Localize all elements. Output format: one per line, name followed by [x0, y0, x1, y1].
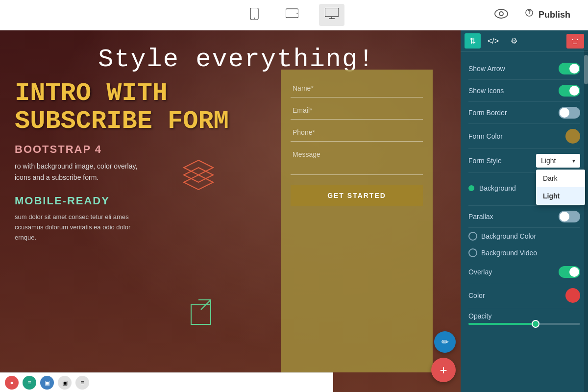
form-style-dropdown-wrapper: Light Dark ▼ Dark Light — [536, 154, 580, 168]
show-arrow-row: Show Arrow — [468, 58, 580, 80]
bottom-blue-btn[interactable]: ▣ — [40, 376, 54, 390]
bg-color-radio[interactable] — [468, 232, 477, 241]
overlay-toggle[interactable] — [559, 266, 580, 278]
parallax-label: Parallax — [468, 213, 493, 220]
hero-lorem: sum dolor sit amet consec tetur eli ames… — [15, 212, 181, 243]
form-border-row: Form Border — [468, 102, 580, 124]
background-left: Background — [468, 184, 516, 192]
form-style-dropdown-menu: Dark Light — [536, 170, 585, 205]
bottom-grey-btn2[interactable]: ≡ — [75, 376, 89, 390]
color-row: Color — [468, 283, 580, 308]
opacity-slider-track[interactable] — [468, 323, 580, 325]
form-border-toggle[interactable] — [559, 107, 580, 119]
svg-point-7 — [495, 9, 508, 18]
edit-fab-button[interactable]: ✏ — [434, 331, 456, 353]
layer-icon — [181, 158, 216, 192]
canvas-left-content: INTRO WITH SUBSCRIBE FORM BOOTSTRAP 4 ro… — [0, 70, 270, 253]
add-fab-button[interactable]: + — [431, 358, 456, 382]
form-border-label: Form Border — [468, 109, 507, 117]
publish-label: Publish — [539, 10, 570, 20]
form-border-knob — [560, 108, 569, 118]
opacity-row: Opacity — [468, 308, 580, 329]
tablet-device-icon[interactable] — [280, 4, 304, 26]
device-switcher — [244, 4, 344, 26]
svg-point-1 — [254, 18, 255, 19]
dropdown-option-dark[interactable]: Dark — [536, 170, 585, 187]
message-field[interactable] — [291, 146, 423, 175]
delete-tool-button[interactable]: 🗑 — [566, 34, 584, 49]
hero-mobile: MOBILE-READY — [15, 195, 255, 207]
mobile-device-icon[interactable] — [244, 4, 265, 26]
svg-rect-4 — [325, 8, 339, 17]
opacity-slider-knob[interactable] — [532, 320, 539, 328]
bottom-grey-btn1[interactable]: ▣ — [58, 376, 72, 390]
show-arrow-toggle[interactable] — [559, 63, 580, 74]
parallax-row: Parallax — [468, 206, 580, 228]
bg-video-label: Background Video — [481, 249, 537, 257]
preview-icon[interactable] — [494, 9, 508, 22]
dropdown-option-light[interactable]: Light — [536, 187, 585, 205]
bg-video-radio-row: Background Video — [468, 245, 580, 261]
opacity-label: Opacity — [468, 312, 580, 320]
sidebar-scrollbar[interactable] — [584, 50, 588, 392]
svg-rect-14 — [191, 305, 211, 324]
overlay-row: Overlay — [468, 261, 580, 283]
form-color-row: Form Color — [468, 124, 580, 149]
trash-icon: 🗑 — [571, 37, 579, 45]
form-panel: GET STARTED — [281, 70, 433, 372]
bottom-bar: ● ≡ ▣ ▣ ≡ — [0, 372, 333, 392]
move-icon: ⇅ — [469, 37, 476, 45]
upload-icon — [524, 9, 535, 21]
canvas: Style everything! INTRO WITH SUBSCRIBE F… — [0, 30, 461, 392]
code-icon: </> — [488, 37, 499, 45]
sidebar-scrollbar-thumb — [584, 55, 588, 84]
show-icons-toggle[interactable] — [559, 85, 580, 97]
settings-tool-button[interactable]: ⚙ — [506, 33, 522, 49]
overlay-label: Overlay — [468, 268, 492, 276]
show-icons-label: Show Icons — [468, 87, 504, 95]
hero-desc: ro with background image, color overlay,… — [15, 161, 181, 183]
bottom-red-btn[interactable]: ● — [5, 376, 19, 390]
main-area: Style everything! INTRO WITH SUBSCRIBE F… — [0, 30, 588, 392]
hero-title: INTRO WITH SUBSCRIBE FORM — [15, 79, 255, 135]
show-icons-row: Show Icons — [468, 80, 580, 102]
svg-point-8 — [499, 12, 503, 16]
background-status-dot — [468, 185, 474, 191]
parallax-knob — [560, 212, 569, 221]
hero-subtitle: BOOTSTRAP 4 — [15, 143, 255, 156]
desktop-device-icon[interactable] — [319, 4, 344, 26]
code-tool-button[interactable]: </> — [483, 34, 504, 49]
svg-point-3 — [296, 13, 297, 14]
bg-video-radio[interactable] — [468, 248, 477, 257]
bg-color-label: Background Color — [481, 232, 536, 240]
sidebar: ⇅ </> ⚙ 🗑 Show Arrow Show Ic — [461, 30, 588, 392]
gear-icon: ⚙ — [511, 37, 517, 45]
move-tool-button[interactable]: ⇅ — [465, 33, 481, 49]
show-arrow-label: Show Arrow — [468, 65, 505, 73]
opacity-slider-fill — [468, 323, 536, 325]
phone-field[interactable] — [291, 123, 423, 142]
color-swatch[interactable] — [565, 288, 580, 303]
publish-button[interactable]: Publish — [516, 5, 578, 25]
background-label: Background — [479, 184, 516, 192]
bottom-teal-btn[interactable]: ≡ — [23, 376, 36, 390]
show-arrow-knob — [569, 64, 579, 74]
top-bar-right: Publish — [494, 5, 578, 25]
form-style-select[interactable]: Light Dark — [536, 154, 580, 168]
form-style-label: Form Style — [468, 157, 502, 165]
form-color-label: Form Color — [468, 132, 503, 140]
svg-rect-2 — [286, 9, 298, 18]
sidebar-toolbar: ⇅ </> ⚙ 🗑 — [461, 30, 588, 52]
top-bar: Publish — [0, 0, 588, 30]
bg-color-radio-row: Background Color — [468, 228, 580, 245]
overlay-knob — [569, 267, 579, 277]
color-label: Color — [468, 292, 485, 299]
form-color-swatch[interactable] — [565, 129, 580, 144]
get-started-button[interactable]: GET STARTED — [291, 185, 423, 206]
email-field[interactable] — [291, 101, 423, 120]
sidebar-content: Show Arrow Show Icons Form Border — [461, 52, 588, 392]
form-style-row: Form Style Light Dark ▼ Dark Light — [468, 149, 580, 173]
parallax-toggle[interactable] — [559, 211, 580, 222]
box-icon — [181, 295, 220, 334]
name-field[interactable] — [291, 79, 423, 98]
